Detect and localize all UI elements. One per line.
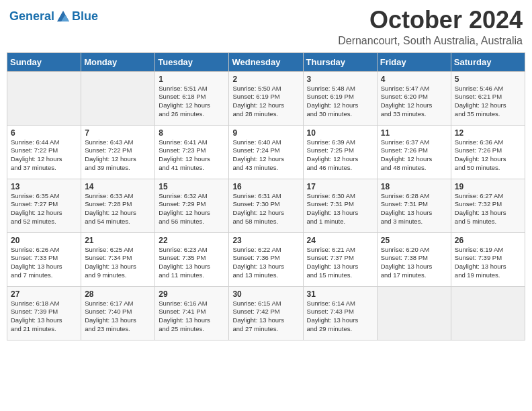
calendar-cell: 21Sunrise: 6:25 AMSunset: 7:34 PMDayligh… [81, 232, 155, 286]
calendar-cell: 10Sunrise: 6:39 AMSunset: 7:25 PMDayligh… [303, 125, 377, 179]
calendar-cell: 18Sunrise: 6:28 AMSunset: 7:31 PMDayligh… [377, 179, 451, 232]
calendar-title: October 2024 [338, 7, 523, 34]
calendar-cell: 24Sunrise: 6:21 AMSunset: 7:37 PMDayligh… [303, 232, 377, 286]
day-info: Sunrise: 6:36 AMSunset: 7:26 PMDaylight:… [455, 138, 521, 173]
day-number: 15 [159, 182, 225, 191]
day-info: Sunrise: 6:28 AMSunset: 7:31 PMDaylight:… [381, 192, 447, 226]
day-info: Sunrise: 6:33 AMSunset: 7:28 PMDaylight:… [85, 192, 151, 226]
day-info: Sunrise: 6:20 AMSunset: 7:38 PMDaylight:… [381, 246, 447, 280]
calendar-cell: 14Sunrise: 6:33 AMSunset: 7:28 PMDayligh… [81, 179, 155, 232]
day-number: 16 [232, 182, 299, 191]
weekday-header-monday: Monday [81, 52, 155, 71]
calendar-table: SundayMondayTuesdayWednesdayThursdayFrid… [7, 52, 525, 340]
day-info: Sunrise: 6:43 AMSunset: 7:22 PMDaylight:… [85, 138, 151, 173]
calendar-cell: 29Sunrise: 6:16 AMSunset: 7:41 PMDayligh… [155, 286, 229, 340]
day-number: 6 [11, 128, 77, 138]
day-number: 11 [381, 128, 447, 138]
calendar-cell: 17Sunrise: 6:30 AMSunset: 7:31 PMDayligh… [303, 179, 377, 232]
day-number: 1 [159, 75, 225, 84]
day-info: Sunrise: 6:25 AMSunset: 7:34 PMDaylight:… [85, 246, 151, 280]
day-number: 3 [307, 75, 373, 84]
day-info: Sunrise: 6:39 AMSunset: 7:25 PMDaylight:… [307, 138, 373, 173]
day-number: 2 [232, 75, 299, 84]
day-info: Sunrise: 6:32 AMSunset: 7:29 PMDaylight:… [159, 192, 225, 226]
day-info: Sunrise: 6:14 AMSunset: 7:43 PMDaylight:… [307, 300, 373, 334]
day-number: 26 [455, 236, 521, 245]
day-number: 20 [11, 236, 77, 245]
logo: General Blue [9, 9, 98, 24]
day-info: Sunrise: 6:19 AMSunset: 7:39 PMDaylight:… [455, 246, 521, 280]
day-number: 14 [85, 182, 151, 191]
day-info: Sunrise: 6:30 AMSunset: 7:31 PMDaylight:… [307, 192, 373, 226]
calendar-cell: 4Sunrise: 5:47 AMSunset: 6:20 PMDaylight… [377, 71, 451, 125]
day-info: Sunrise: 6:22 AMSunset: 7:36 PMDaylight:… [232, 246, 299, 280]
day-info: Sunrise: 5:48 AMSunset: 6:19 PMDaylight:… [307, 85, 373, 119]
day-number: 8 [159, 128, 225, 138]
day-info: Sunrise: 6:15 AMSunset: 7:42 PMDaylight:… [232, 300, 299, 334]
day-info: Sunrise: 5:50 AMSunset: 6:19 PMDaylight:… [232, 85, 299, 119]
calendar-subtitle: Dernancourt, South Australia, Australia [338, 35, 523, 47]
calendar-cell: 25Sunrise: 6:20 AMSunset: 7:38 PMDayligh… [377, 232, 451, 286]
day-number: 21 [85, 236, 151, 245]
day-info: Sunrise: 6:23 AMSunset: 7:35 PMDaylight:… [159, 246, 225, 280]
weekday-header-saturday: Saturday [451, 52, 525, 71]
calendar-cell: 11Sunrise: 6:37 AMSunset: 7:26 PMDayligh… [377, 125, 451, 179]
calendar-cell: 19Sunrise: 6:27 AMSunset: 7:32 PMDayligh… [451, 179, 525, 232]
calendar-cell: 9Sunrise: 6:40 AMSunset: 7:24 PMDaylight… [229, 125, 303, 179]
calendar-cell: 15Sunrise: 6:32 AMSunset: 7:29 PMDayligh… [155, 179, 229, 232]
day-info: Sunrise: 6:41 AMSunset: 7:23 PMDaylight:… [159, 138, 225, 173]
day-info: Sunrise: 6:31 AMSunset: 7:30 PMDaylight:… [232, 192, 299, 226]
day-number: 29 [159, 289, 225, 299]
calendar-cell: 8Sunrise: 6:41 AMSunset: 7:23 PMDaylight… [155, 125, 229, 179]
day-info: Sunrise: 6:37 AMSunset: 7:26 PMDaylight:… [381, 138, 447, 173]
day-number: 7 [85, 128, 151, 138]
day-number: 23 [232, 236, 299, 245]
weekday-header-tuesday: Tuesday [155, 52, 229, 71]
title-block: October 2024 Dernancourt, South Australi… [338, 7, 523, 47]
calendar-cell: 20Sunrise: 6:26 AMSunset: 7:33 PMDayligh… [7, 232, 81, 286]
day-number: 10 [307, 128, 373, 138]
day-number: 18 [381, 182, 447, 191]
day-info: Sunrise: 6:16 AMSunset: 7:41 PMDaylight:… [159, 300, 225, 334]
day-number: 25 [381, 236, 447, 245]
week-row-2: 13Sunrise: 6:35 AMSunset: 7:27 PMDayligh… [7, 179, 525, 232]
calendar-cell: 23Sunrise: 6:22 AMSunset: 7:36 PMDayligh… [229, 232, 303, 286]
calendar-cell: 28Sunrise: 6:17 AMSunset: 7:40 PMDayligh… [81, 286, 155, 340]
day-number: 5 [455, 75, 521, 84]
day-number: 30 [232, 289, 299, 299]
calendar-cell: 12Sunrise: 6:36 AMSunset: 7:26 PMDayligh… [451, 125, 525, 179]
weekday-header-sunday: Sunday [7, 52, 81, 71]
day-info: Sunrise: 6:21 AMSunset: 7:37 PMDaylight:… [307, 246, 373, 280]
day-info: Sunrise: 6:26 AMSunset: 7:33 PMDaylight:… [11, 246, 77, 280]
calendar-cell: 16Sunrise: 6:31 AMSunset: 7:30 PMDayligh… [229, 179, 303, 232]
day-info: Sunrise: 6:18 AMSunset: 7:39 PMDaylight:… [11, 300, 77, 334]
calendar-cell: 2Sunrise: 5:50 AMSunset: 6:19 PMDaylight… [229, 71, 303, 125]
day-number: 19 [455, 182, 521, 191]
day-number: 12 [455, 128, 521, 138]
day-number: 24 [307, 236, 373, 245]
calendar-cell: 7Sunrise: 6:43 AMSunset: 7:22 PMDaylight… [81, 125, 155, 179]
calendar-cell: 1Sunrise: 5:51 AMSunset: 6:18 PMDaylight… [155, 71, 229, 125]
day-info: Sunrise: 6:27 AMSunset: 7:32 PMDaylight:… [455, 192, 521, 226]
day-info: Sunrise: 5:51 AMSunset: 6:18 PMDaylight:… [159, 85, 225, 119]
calendar-cell: 26Sunrise: 6:19 AMSunset: 7:39 PMDayligh… [451, 232, 525, 286]
calendar-cell [7, 71, 81, 125]
day-number: 17 [307, 182, 373, 191]
calendar-cell: 30Sunrise: 6:15 AMSunset: 7:42 PMDayligh… [229, 286, 303, 340]
day-info: Sunrise: 5:46 AMSunset: 6:21 PMDaylight:… [455, 85, 521, 119]
day-info: Sunrise: 6:40 AMSunset: 7:24 PMDaylight:… [232, 138, 299, 173]
calendar-cell [81, 71, 155, 125]
calendar-cell: 31Sunrise: 6:14 AMSunset: 7:43 PMDayligh… [303, 286, 377, 340]
day-info: Sunrise: 6:35 AMSunset: 7:27 PMDaylight:… [11, 192, 77, 226]
calendar-cell: 22Sunrise: 6:23 AMSunset: 7:35 PMDayligh… [155, 232, 229, 286]
calendar-cell: 5Sunrise: 5:46 AMSunset: 6:21 PMDaylight… [451, 71, 525, 125]
week-row-0: 1Sunrise: 5:51 AMSunset: 6:18 PMDaylight… [7, 71, 525, 125]
calendar-cell: 6Sunrise: 6:44 AMSunset: 7:22 PMDaylight… [7, 125, 81, 179]
calendar-cell [451, 286, 525, 340]
calendar-cell [377, 286, 451, 340]
day-number: 31 [307, 289, 373, 299]
day-info: Sunrise: 6:17 AMSunset: 7:40 PMDaylight:… [85, 300, 151, 334]
week-row-4: 27Sunrise: 6:18 AMSunset: 7:39 PMDayligh… [7, 286, 525, 340]
day-number: 4 [381, 75, 447, 84]
day-info: Sunrise: 6:44 AMSunset: 7:22 PMDaylight:… [11, 138, 77, 173]
